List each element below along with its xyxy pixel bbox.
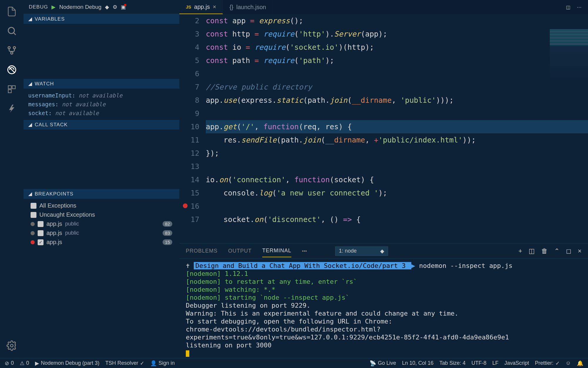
start-debug-icon[interactable]: ▶	[51, 4, 56, 10]
code-line[interactable]	[206, 160, 588, 173]
checkbox-icon[interactable]: ✓	[38, 239, 44, 245]
debug-label: DEBUG	[29, 4, 48, 10]
chevron-up-icon[interactable]: ⌃	[554, 247, 559, 255]
code-line[interactable]: const io = require('socket.io')(http);	[206, 41, 588, 54]
sb-golive[interactable]: 📡Go Live	[370, 360, 396, 367]
settings-gear-icon[interactable]	[5, 339, 19, 353]
code-line[interactable]: io.on('connection', function(socket) {	[206, 173, 588, 186]
code-line[interactable]: socket.on('disconnect', () => {	[206, 213, 588, 226]
terminal-cursor	[186, 350, 189, 357]
checkbox-icon[interactable]	[38, 230, 44, 236]
debug-config[interactable]: Nodemon Debug	[59, 4, 101, 10]
code-line[interactable]	[206, 67, 588, 80]
code-line[interactable]: app.get('/', function(req, res) {	[206, 120, 588, 133]
minimap[interactable]	[550, 29, 588, 82]
sb-signin[interactable]: 👤Sign in	[150, 360, 175, 367]
sb-bell-icon[interactable]: 🔔	[577, 360, 583, 367]
bottom-panel: PROBLEMS OUTPUT TERMINAL ••• 1: node◆ + …	[179, 243, 588, 358]
close-icon[interactable]: ×	[213, 4, 216, 10]
code-line[interactable]	[206, 200, 588, 213]
checkbox-icon[interactable]	[38, 221, 44, 227]
terminal-line: [nodemon] to restart at any time, enter …	[186, 278, 582, 286]
terminal-line: listening on port 3000	[186, 341, 582, 349]
code-line[interactable]: const path = require('path');	[206, 54, 588, 67]
split-terminal-icon[interactable]: ◫	[529, 247, 535, 255]
tab-app-js[interactable]: JS app.js ×	[179, 0, 223, 14]
code-line[interactable]: });	[206, 147, 588, 160]
watch-item[interactable]: socket: not available	[28, 109, 175, 117]
sb-resolver[interactable]: TSH Resolver✓	[105, 360, 144, 367]
sb-encoding[interactable]: UTF-8	[472, 360, 487, 366]
breakpoint-item[interactable]: app.jspublic83	[28, 228, 175, 238]
sb-feedback-icon[interactable]: ☺	[566, 360, 571, 366]
terminal-line: To start debugging, open the following U…	[186, 317, 582, 325]
code-line[interactable]	[206, 107, 588, 120]
panel-terminal[interactable]: TERMINAL	[262, 245, 291, 257]
sb-lang[interactable]: JavaScript	[505, 360, 529, 366]
sb-eol[interactable]: LF	[492, 360, 499, 366]
status-bar: ⊘0 ⚠0 ▶Nodemon Debug (part 3) TSH Resolv…	[0, 358, 588, 368]
editor-tabs: JS app.js × {} launch.json ◫ ⋯	[179, 0, 588, 14]
panel-output[interactable]: OUTPUT	[228, 245, 252, 257]
sb-errors[interactable]: ⊘0	[5, 360, 14, 367]
maximize-panel-icon[interactable]: ◻	[566, 247, 571, 255]
watch-header[interactable]: ◢WATCH	[24, 79, 179, 89]
breakpoint-marker[interactable]	[183, 203, 188, 208]
svg-point-1	[8, 47, 10, 49]
source-control-icon[interactable]	[5, 43, 19, 57]
search-icon[interactable]	[5, 24, 19, 38]
code-line[interactable]: //Serve public directory	[206, 80, 588, 94]
code-editor[interactable]: 234567891011121314151617 const app = exp…	[179, 14, 588, 243]
debug-console-icon[interactable]: ▣	[121, 4, 126, 10]
sb-warnings[interactable]: ⚠0	[20, 360, 29, 367]
terminal-line: [nodemon] 1.12.1	[186, 270, 582, 278]
code-line[interactable]: res.sendFile(path.join(__dirname, +'publ…	[206, 133, 588, 147]
svg-point-2	[13, 47, 16, 49]
debug-icon[interactable]	[5, 63, 19, 77]
explorer-icon[interactable]	[5, 4, 19, 19]
breakpoint-dot-icon	[31, 240, 35, 244]
code-line[interactable]: app.use(express.static(path.join(__dirna…	[206, 94, 588, 107]
sb-tabsize[interactable]: Tab Size: 4	[439, 360, 465, 366]
panel-problems[interactable]: PROBLEMS	[186, 245, 218, 257]
bp-uncaught-exceptions[interactable]: Uncaught Exceptions	[28, 210, 175, 219]
variables-header[interactable]: ◢VARIABLES	[24, 14, 179, 24]
watch-item[interactable]: messages: not available	[28, 100, 175, 109]
sb-prettier[interactable]: Prettier:✓	[535, 360, 560, 367]
extensions-icon[interactable]	[5, 82, 19, 96]
breakpoints-header[interactable]: ◢BREAKPOINTS	[24, 189, 179, 199]
json-file-icon: {}	[229, 4, 233, 11]
new-terminal-icon[interactable]: +	[518, 247, 522, 255]
svg-rect-7	[8, 90, 11, 93]
sb-position[interactable]: Ln 10, Col 16	[402, 360, 433, 366]
watch-item[interactable]: usernameInput: not available	[28, 91, 175, 100]
terminal-line: [nodemon] starting `node --inspect app.j…	[186, 294, 582, 301]
svg-point-3	[11, 52, 13, 54]
checkbox-icon[interactable]	[31, 212, 36, 218]
more-icon[interactable]: •••	[302, 248, 307, 254]
sb-debug[interactable]: ▶Nodemon Debug (part 3)	[35, 360, 99, 367]
terminal-line: chrome-devtools://devtools/bundled/inspe…	[186, 325, 582, 341]
terminal[interactable]: ✝ Design and Build a Chat App With Socke…	[179, 259, 588, 358]
breakpoint-dot-icon	[31, 231, 35, 235]
terminal-selector[interactable]: 1: node◆	[335, 246, 388, 256]
breakpoint-item[interactable]: ✓app.js15	[28, 238, 175, 247]
code-line[interactable]: const app = express();	[206, 14, 588, 27]
split-editor-icon[interactable]: ◫	[566, 4, 570, 10]
terminal-line: Debugger listening on port 9229.	[186, 301, 582, 309]
callstack-header[interactable]: ◢CALL STACK	[24, 120, 179, 130]
debug-toolbar: DEBUG ▶ Nodemon Debug ◆ ⚙ ▣	[24, 0, 179, 14]
azure-icon[interactable]	[5, 102, 19, 116]
bp-all-exceptions[interactable]: All Exceptions	[28, 201, 175, 210]
trash-icon[interactable]: 🗑	[541, 247, 548, 255]
checkbox-icon[interactable]	[31, 203, 36, 209]
more-actions-icon[interactable]: ⋯	[577, 4, 582, 10]
close-panel-icon[interactable]: ×	[578, 247, 582, 255]
tab-launch-json[interactable]: {} launch.json	[223, 0, 273, 14]
svg-point-8	[11, 344, 13, 347]
js-file-icon: JS	[186, 4, 191, 9]
debug-settings-icon[interactable]: ⚙	[113, 4, 117, 10]
code-line[interactable]: const http = require('http').Server(app)…	[206, 27, 588, 41]
breakpoint-item[interactable]: app.jspublic82	[28, 219, 175, 228]
code-line[interactable]: console.log('a new user connected ');	[206, 186, 588, 200]
